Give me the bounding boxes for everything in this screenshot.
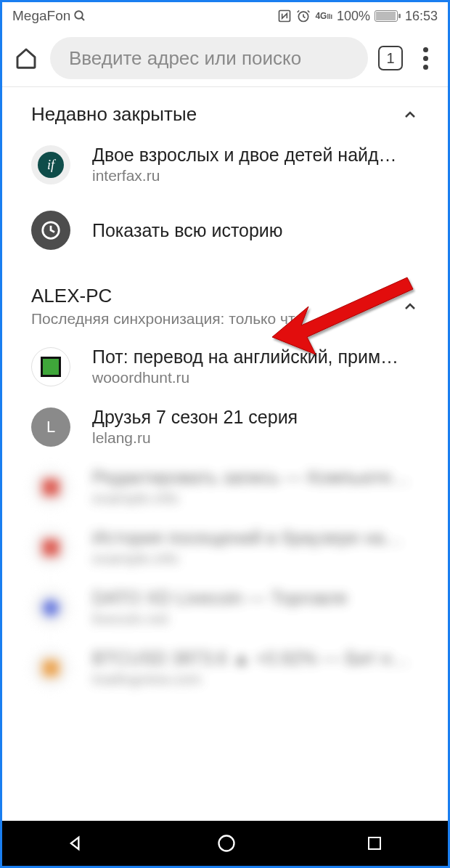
clock-time: 16:53	[405, 9, 438, 24]
menu-button[interactable]	[413, 47, 438, 70]
history-item[interactable]: if Двое взрослых и двое детей найд… inte…	[2, 134, 448, 195]
item-title: Двое взрослых и двое детей найд…	[92, 145, 419, 166]
tab-switcher[interactable]: 1	[378, 46, 403, 70]
history-item[interactable]: Пот: перевод на английский, прим… wooord…	[2, 336, 448, 397]
history-item-blurred[interactable]: BTCUSD 3873.6 ▲ +0.92% — Бит на… trading…	[2, 638, 448, 698]
nav-home-button[interactable]	[216, 833, 237, 853]
favicon-lelang: L	[31, 407, 70, 447]
svg-marker-8	[71, 837, 79, 849]
tab-count-value: 1	[386, 50, 394, 67]
history-icon-circle	[31, 211, 70, 250]
browser-toolbar: Введите адрес или поиско 1	[2, 30, 448, 86]
status-bar: MegaFon 4GllI 100% 16:53	[2, 2, 448, 30]
favicon-wooordhunt	[31, 347, 70, 386]
device-name: ALEX-PC	[31, 285, 303, 307]
svg-line-1	[82, 17, 85, 20]
item-domain: interfax.ru	[92, 167, 419, 184]
network-icon: 4GllI	[315, 11, 332, 21]
history-item-blurred[interactable]: Редактировать запись — Компьюте… example…	[2, 457, 448, 517]
item-domain: lelang.ru	[92, 429, 419, 447]
chevron-up-icon	[401, 106, 419, 123]
home-button[interactable]	[12, 44, 40, 72]
svg-point-0	[75, 11, 83, 19]
history-item[interactable]: L Друзья 7 сезон 21 серия lelang.ru	[2, 397, 448, 457]
nfc-icon	[277, 9, 292, 23]
show-history-label: Показать всю историю	[92, 220, 419, 241]
menu-dots-icon	[423, 47, 428, 52]
address-placeholder: Введите адрес или поиско	[69, 47, 301, 70]
alarm-icon	[296, 9, 311, 23]
nav-back-button[interactable]	[67, 833, 87, 853]
sync-subtitle: Последняя синхронизация: только что	[31, 310, 303, 328]
synced-device-header[interactable]: ALEX-PC Последняя синхронизация: только …	[2, 266, 448, 336]
carrier-label: MegaFon	[12, 8, 70, 24]
show-full-history[interactable]: Показать всю историю	[2, 195, 448, 266]
android-nav-bar	[2, 821, 448, 866]
svg-rect-10	[369, 837, 380, 849]
svg-point-9	[219, 836, 234, 851]
history-item-blurred[interactable]: DATO XD Livecoin — Торговля livecoin.net	[2, 577, 448, 638]
nav-recent-button[interactable]	[366, 835, 383, 852]
chevron-up-icon	[401, 298, 419, 315]
search-icon	[73, 9, 86, 23]
item-title: Пот: перевод на английский, прим…	[92, 346, 419, 368]
battery-pct: 100%	[337, 9, 370, 24]
recently-closed-header[interactable]: Недавно закрытые	[2, 87, 448, 134]
address-bar[interactable]: Введите адрес или поиско	[50, 37, 368, 79]
history-item-blurred[interactable]: История посещений в браузере на… example…	[2, 517, 448, 577]
item-domain: wooordhunt.ru	[92, 369, 419, 386]
favicon-interfax: if	[31, 145, 70, 184]
item-title: Друзья 7 сезон 21 серия	[92, 407, 419, 428]
recently-closed-title: Недавно закрытые	[31, 103, 197, 126]
battery-icon	[375, 10, 398, 22]
home-icon	[15, 46, 38, 70]
clock-icon	[40, 219, 62, 241]
